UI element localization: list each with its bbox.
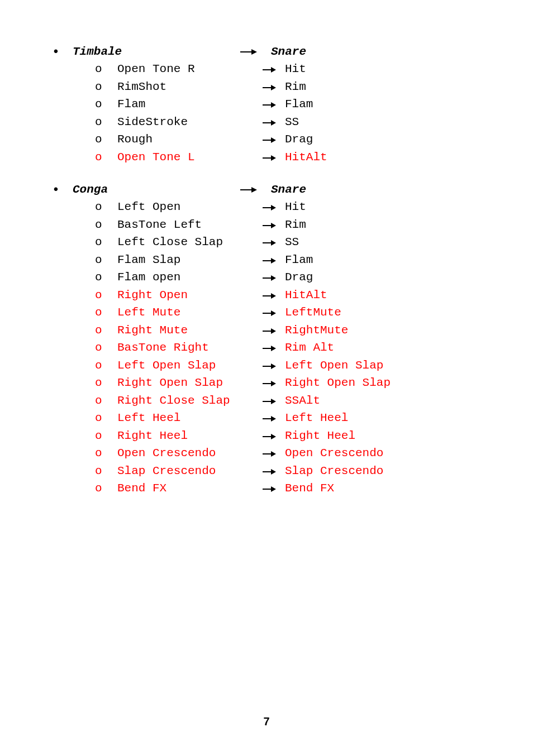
- source-label: Right Mute: [117, 322, 263, 339]
- source-label: BasTone Right: [117, 339, 263, 357]
- source-label: Open Tone R: [117, 60, 263, 78]
- arrow-icon: [263, 322, 285, 339]
- mapping-row: oRimShotRim: [39, 78, 494, 96]
- svg-marker-25: [271, 275, 276, 281]
- svg-marker-13: [271, 155, 276, 161]
- arrow-icon: [263, 78, 285, 96]
- arrow-icon: [263, 444, 285, 462]
- arrow-icon: [263, 95, 285, 113]
- svg-marker-9: [271, 120, 276, 126]
- mapping-row: oSideStrokeSS: [39, 113, 494, 131]
- arrow-icon: [263, 269, 285, 286]
- target-label: Bend FX: [285, 480, 494, 497]
- mapping-row: oLeft HeelLeft Heel: [39, 409, 494, 427]
- target-label: LeftMute: [285, 304, 494, 322]
- target-label: HitAlt: [285, 286, 494, 304]
- arrow-icon: [263, 409, 285, 427]
- target-label: Left Heel: [285, 409, 494, 427]
- source-title: Timbale: [73, 45, 240, 58]
- source-label: Rough: [117, 131, 263, 149]
- circle-bullet-icon: o: [95, 357, 117, 375]
- arrow-icon: [263, 357, 285, 375]
- circle-bullet-icon: o: [95, 304, 117, 322]
- svg-marker-35: [271, 363, 276, 369]
- target-label: Slap Crescendo: [285, 462, 494, 480]
- circle-bullet-icon: o: [95, 392, 117, 410]
- mapping-row: oRight OpenHitAlt: [39, 286, 494, 304]
- svg-marker-31: [271, 328, 276, 334]
- bullet-icon: •: [39, 183, 73, 196]
- source-label: SideStroke: [117, 113, 263, 131]
- arrow-icon: [263, 198, 285, 216]
- arrow-icon: [263, 251, 285, 269]
- svg-marker-19: [271, 223, 276, 228]
- svg-marker-29: [271, 310, 276, 316]
- arrow-icon: [263, 286, 285, 304]
- mapping-row: oFlam SlapFlam: [39, 251, 494, 269]
- target-label: Left Open Slap: [285, 357, 494, 375]
- svg-marker-41: [271, 416, 276, 422]
- target-label: Rim: [285, 78, 494, 96]
- source-label: Left Close Slap: [117, 233, 263, 251]
- target-label: Hit: [285, 60, 494, 78]
- svg-marker-5: [271, 85, 276, 90]
- source-label: Flam open: [117, 269, 263, 286]
- svg-marker-37: [271, 381, 276, 386]
- circle-bullet-icon: o: [95, 374, 117, 392]
- source-label: RimShot: [117, 78, 263, 96]
- arrow-icon: [263, 131, 285, 149]
- svg-marker-47: [271, 469, 276, 475]
- source-label: Flam Slap: [117, 251, 263, 269]
- arrow-icon: [263, 233, 285, 251]
- target-label: Drag: [285, 269, 494, 286]
- target-label: SS: [285, 233, 494, 251]
- section-header: • Timbale Snare: [39, 45, 494, 58]
- circle-bullet-icon: o: [95, 480, 117, 497]
- mapping-row: oLeft MuteLeftMute: [39, 304, 494, 322]
- target-label: HitAlt: [285, 149, 494, 166]
- svg-marker-7: [271, 102, 276, 108]
- mapping-row: oRight MuteRightMute: [39, 322, 494, 339]
- circle-bullet-icon: o: [95, 251, 117, 269]
- mapping-row: oOpen Tone LHitAlt: [39, 149, 494, 166]
- arrow-icon: [263, 339, 285, 357]
- arrow-icon: [263, 149, 285, 166]
- mapping-row: oRight Close SlapSSAlt: [39, 392, 494, 410]
- arrow-icon: [263, 392, 285, 410]
- bullet-icon: •: [39, 45, 73, 58]
- mapping-row: oRight HeelRight Heel: [39, 427, 494, 445]
- svg-marker-11: [271, 137, 276, 143]
- source-title: Conga: [73, 183, 240, 196]
- section-conga: • Conga Snare oLeft OpenHit oBasTone Lef…: [39, 183, 494, 497]
- arrow-icon: [263, 60, 285, 78]
- source-label: Left Open Slap: [117, 357, 263, 375]
- target-title: Snare: [271, 45, 494, 58]
- source-label: Flam: [117, 95, 263, 113]
- svg-marker-3: [271, 67, 276, 73]
- target-label: Right Open Slap: [285, 374, 494, 392]
- circle-bullet-icon: o: [95, 113, 117, 131]
- svg-marker-15: [251, 187, 257, 193]
- arrow-icon: [263, 427, 285, 445]
- arrow-icon: [263, 113, 285, 131]
- svg-marker-33: [271, 346, 276, 351]
- arrow-icon: [263, 480, 285, 497]
- section-header: • Conga Snare: [39, 183, 494, 196]
- section-timbale: • Timbale Snare oOpen Tone RHit oRimShot…: [39, 45, 494, 166]
- arrow-icon: [263, 304, 285, 322]
- source-label: Open Tone L: [117, 149, 263, 166]
- mapping-row: oLeft OpenHit: [39, 198, 494, 216]
- mapping-row: oLeft Open SlapLeft Open Slap: [39, 357, 494, 375]
- source-label: Left Open: [117, 198, 263, 216]
- source-label: Right Open Slap: [117, 374, 263, 392]
- target-label: Right Heel: [285, 427, 494, 445]
- circle-bullet-icon: o: [95, 462, 117, 480]
- source-label: BasTone Left: [117, 216, 263, 234]
- svg-marker-43: [271, 434, 276, 439]
- circle-bullet-icon: o: [95, 198, 117, 216]
- mapping-row: oOpen Tone RHit: [39, 60, 494, 78]
- mapping-row: oOpen CrescendoOpen Crescendo: [39, 444, 494, 462]
- page-content: • Timbale Snare oOpen Tone RHit oRimShot…: [0, 0, 533, 497]
- svg-marker-49: [271, 486, 276, 492]
- circle-bullet-icon: o: [95, 269, 117, 286]
